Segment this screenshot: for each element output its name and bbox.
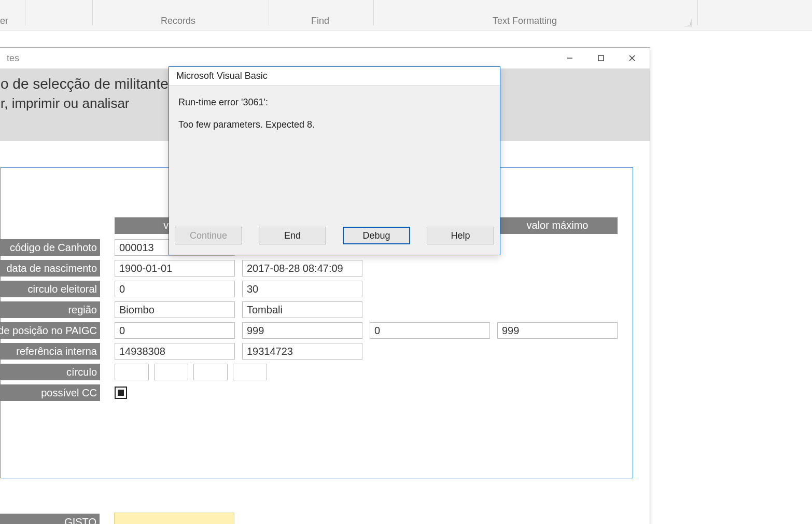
- ribbon-separator: [25, 0, 25, 25]
- ribbon-group-textformatting: Text Formatting: [493, 16, 557, 26]
- ribbon-separator: [92, 0, 93, 25]
- vba-error-dialog: Microsoft Visual Basic Run-time error '3…: [169, 66, 500, 255]
- input-data-2[interactable]: 2017-08-28 08:47:09: [242, 260, 362, 277]
- input-posicao-4[interactable]: 999: [497, 322, 618, 339]
- minimize-button[interactable]: [554, 48, 585, 68]
- dialog-launcher-icon[interactable]: [684, 19, 692, 26]
- label-referencia: referência interna: [0, 343, 100, 360]
- input-circulo-2[interactable]: 30: [242, 281, 362, 297]
- label-regiao: região: [0, 301, 100, 318]
- row-data-nascimento: data de nascimento 1900-01-01 2017-08-28…: [1, 258, 633, 279]
- end-button[interactable]: End: [259, 227, 326, 244]
- input-regiao-1[interactable]: Biombo: [115, 301, 235, 318]
- row-posicao: de posição no PAIGC 0 999 0 999: [1, 320, 633, 341]
- vba-dialog-buttons: Continue End Debug Help: [169, 227, 500, 244]
- continue-button: Continue: [175, 227, 242, 244]
- ribbon-group-find: Find: [311, 16, 329, 26]
- input-circ-a[interactable]: [115, 364, 149, 380]
- input-posicao-3[interactable]: 0: [370, 322, 490, 339]
- row-regiao: região Biombo Tombali: [1, 299, 633, 320]
- input-circ-d[interactable]: [233, 364, 267, 380]
- input-data-1[interactable]: 1900-01-01: [115, 260, 235, 277]
- row-registos-encontrados: GISTO ENCONTRADOS: [0, 513, 234, 524]
- ribbon: er Records Find Text Formatting: [0, 0, 812, 31]
- ribbon-separator: [697, 0, 698, 25]
- row-circulo-eleitoral: circulo eleitoral 0 30: [1, 279, 633, 299]
- form-title: tes: [0, 53, 19, 64]
- row-circulo: círculo: [1, 362, 633, 382]
- vba-error-line-2: Too few parameters. Expected 8.: [178, 119, 491, 130]
- vba-dialog-body: Run-time error '3061': Too few parameter…: [169, 86, 500, 142]
- label-possivel-cc: possível CC: [0, 384, 100, 401]
- input-circ-b[interactable]: [154, 364, 188, 380]
- form-titlebar: tes: [0, 48, 650, 68]
- row-possivel-cc: possível CC: [1, 382, 633, 403]
- svg-rect-1: [598, 56, 604, 61]
- label-codigo: código de Canhoto: [0, 239, 100, 256]
- input-circ-c[interactable]: [193, 364, 228, 380]
- ribbon-group-records: Records: [161, 16, 195, 26]
- label-circulo-eleitoral: circulo eleitoral: [0, 281, 100, 297]
- maximize-button[interactable]: [585, 48, 617, 68]
- checkbox-possivel-cc[interactable]: [115, 387, 127, 399]
- input-posicao-2[interactable]: 999: [242, 322, 362, 339]
- close-button[interactable]: [617, 48, 648, 68]
- output-registos-encontrados: [114, 513, 234, 524]
- input-circulo-1[interactable]: 0: [115, 281, 235, 297]
- input-posicao-1[interactable]: 0: [115, 322, 235, 339]
- label-circulo: círculo: [0, 364, 100, 380]
- checkbox-indeterminate-icon: [118, 390, 124, 396]
- ribbon-separator: [373, 0, 374, 25]
- input-regiao-2[interactable]: Tombali: [242, 301, 362, 318]
- vba-dialog-title: Microsoft Visual Basic: [169, 67, 500, 86]
- input-ref-2[interactable]: 19314723: [242, 343, 362, 360]
- label-registos-encontrados: GISTO ENCONTRADOS: [0, 514, 100, 524]
- window-controls: [554, 48, 648, 68]
- label-data-nascimento: data de nascimento: [0, 260, 100, 277]
- ribbon-separator: [269, 0, 269, 25]
- vba-error-line-1: Run-time error '3061':: [178, 97, 491, 108]
- label-posicao: de posição no PAIGC: [0, 322, 100, 339]
- row-referencia: referência interna 14938308 19314723: [1, 341, 633, 362]
- col-header-max: valor máximo: [497, 217, 618, 234]
- input-ref-1[interactable]: 14938308: [115, 343, 235, 360]
- debug-button[interactable]: Debug: [343, 227, 410, 244]
- help-button[interactable]: Help: [427, 227, 494, 244]
- ribbon-fragment-left: er: [0, 16, 8, 26]
